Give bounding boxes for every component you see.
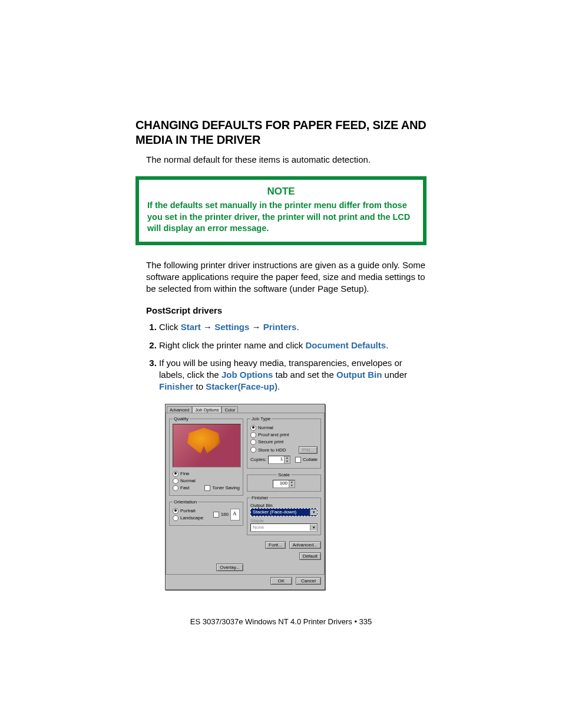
radio-landscape[interactable] — [173, 515, 178, 521]
copies-label: Copies: — [250, 457, 266, 462]
printer-driver-dialog: Advanced Job Options Color Quality Fine … — [165, 404, 325, 590]
radio-jt-store[interactable] — [250, 447, 256, 453]
term-stacker-faceup: Stacker(Face-up) — [206, 381, 277, 391]
tab-color[interactable]: Color — [222, 406, 238, 413]
scale-spinner[interactable]: 100▴▾ — [273, 480, 295, 488]
checkbox-180[interactable] — [213, 512, 219, 518]
note-body: If the defaults set manually in the prin… — [147, 200, 415, 235]
group-scale: Scale 100▴▾ — [247, 472, 321, 492]
step-2: Right click the printer name and click D… — [159, 340, 427, 351]
group-quality: Quality Fine Normal Fast Toner Saving — [169, 416, 243, 496]
steps-list: Click Start → Settings → Printers. Right… — [146, 321, 427, 393]
group-finisher: Finisher Output Bin Stacker (Face-down)▾… — [247, 495, 321, 535]
butterfly-icon — [187, 428, 220, 454]
note-callout: NOTE If the defaults set manually in the… — [135, 176, 427, 245]
tab-job-options[interactable]: Job Options — [192, 406, 222, 413]
radio-jt-proof[interactable] — [250, 432, 256, 438]
tab-advanced[interactable]: Advanced — [167, 406, 192, 413]
step-3: If you will be using heavy media, transp… — [159, 357, 427, 393]
term-job-options: Job Options — [222, 370, 273, 380]
legend-job-type: Job Type — [250, 416, 272, 421]
term-start: Start — [181, 322, 201, 332]
step-1: Click Start → Settings → Printers. — [159, 321, 427, 333]
chevron-down-icon[interactable]: ▾ — [284, 460, 290, 463]
checkbox-collate[interactable] — [295, 457, 301, 463]
copies-spinner[interactable]: 1▴▾ — [268, 456, 290, 464]
pin-button[interactable]: PIN... — [299, 446, 318, 454]
chevron-down-icon[interactable]: ▾ — [310, 525, 317, 531]
overlay-button[interactable]: Overlay... — [216, 564, 243, 571]
radio-fine[interactable] — [173, 471, 178, 477]
term-finisher: Finisher — [159, 381, 193, 391]
guide-paragraph: The following printer driver instruction… — [146, 259, 427, 295]
arrow-icon: → — [252, 322, 261, 332]
ok-button[interactable]: OK — [270, 577, 293, 585]
staple-dropdown[interactable]: None▾ — [250, 523, 318, 532]
term-output-bin: Output Bin — [336, 370, 382, 380]
radio-normal[interactable] — [173, 478, 178, 484]
arrow-icon: → — [203, 322, 212, 332]
radio-fast[interactable] — [173, 485, 178, 491]
radio-portrait[interactable] — [173, 508, 178, 514]
staple-label: Staple — [250, 518, 318, 523]
default-button[interactable]: Default — [299, 552, 321, 560]
radio-jt-normal[interactable] — [250, 425, 256, 431]
section-heading: CHANGING DEFAULTS FOR PAPER FEED, SIZE A… — [135, 118, 427, 147]
cancel-button[interactable]: Cancel — [296, 577, 321, 585]
legend-quality: Quality — [173, 416, 190, 421]
page-orientation-icon — [230, 509, 240, 521]
term-document-defaults: Document Defaults — [305, 340, 386, 350]
font-button[interactable]: Font... — [265, 541, 286, 549]
checkbox-toner-saving[interactable] — [204, 485, 210, 491]
term-settings: Settings — [214, 322, 249, 332]
intro-paragraph: The normal default for these items is au… — [146, 154, 427, 164]
output-bin-label: Output Bin — [250, 503, 318, 508]
page-footer: ES 3037/3037e Windows NT 4.0 Printer Dri… — [135, 617, 427, 626]
chevron-down-icon[interactable]: ▾ — [310, 509, 317, 515]
group-orientation: Orientation Portrait Landscape 180 — [169, 499, 243, 526]
group-job-type: Job Type Normal Proof and print Secure p… — [247, 416, 321, 469]
note-title: NOTE — [147, 186, 415, 197]
tab-strip: Advanced Job Options Color — [166, 404, 325, 413]
preview-image — [173, 424, 241, 467]
legend-orientation: Orientation — [173, 499, 198, 505]
radio-jt-secure[interactable] — [250, 439, 256, 445]
legend-finisher: Finisher — [250, 495, 269, 500]
legend-scale: Scale — [277, 472, 291, 477]
output-bin-dropdown[interactable]: Stacker (Face-down)▾ — [250, 508, 318, 516]
advanced-button[interactable]: Advanced... — [289, 541, 321, 549]
term-printers: Printers — [263, 322, 297, 332]
subsection-heading: PostScript drivers — [146, 305, 427, 315]
chevron-down-icon[interactable]: ▾ — [289, 484, 295, 487]
